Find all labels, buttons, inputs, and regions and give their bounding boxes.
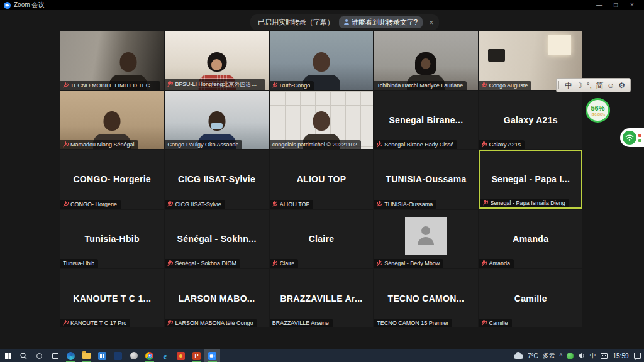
cortana-button[interactable] (31, 349, 47, 362)
participant-nameplate: congolais patrimichel © 20221102 (270, 140, 361, 149)
participant-name: congolais patrimichel © 20221102 (272, 141, 357, 148)
participant-tile[interactable]: Amanda Amanda (479, 210, 582, 268)
participant-name: Mamadou Niang Sénégal (70, 141, 135, 148)
participant-tile[interactable]: Tchibinda Batchi Marlyce Lauriane (374, 31, 477, 90)
participant-tile[interactable]: CONGO- Horgerie CONGO- Horgerie (60, 150, 164, 209)
participant-nameplate: Congo Auguste (479, 81, 532, 90)
maximize-button[interactable]: □ (608, 0, 624, 10)
mic-muted-icon (483, 200, 488, 206)
participant-tile[interactable]: TECNO MOBILE LIMITED TECNO CH6 (60, 31, 164, 90)
participant-tile[interactable]: Tunisia-Hbib Tunisia-Hbib (60, 210, 164, 268)
close-button[interactable]: × (624, 0, 640, 10)
participant-tile[interactable]: TECNO CAMON... TECNO CAMON 15 Premier (374, 269, 477, 327)
search-icon (20, 353, 27, 359)
participant-nameplate: LARSON MABONA télé Congo (165, 319, 257, 327)
participant-nameplate: KANOUTE T C 17 Pro (60, 319, 130, 327)
weather-temperature[interactable]: 7°C (528, 353, 538, 359)
system-monitor-ball[interactable]: 56% ↑36.8K/s (586, 98, 610, 123)
window-titlebar: Zoom 会议 — □ × (0, 0, 644, 10)
taskbar-store[interactable] (94, 349, 110, 362)
participant-tile-highlighted[interactable]: Senegal - Papa I... Senegal - Papa Ismai… (479, 150, 582, 209)
action-center-icon[interactable] (634, 353, 641, 359)
participant-name: TUNISIA-Oussama (384, 201, 433, 207)
participant-tile[interactable]: Ruth-Congo (270, 31, 373, 90)
clock[interactable]: 15:59 (612, 353, 630, 359)
taskbar-edge[interactable] (63, 349, 79, 362)
participant-tile[interactable]: KANOUTE T C 1... KANOUTE T C 17 Pro (60, 269, 164, 327)
participant-nameplate: Sénégal - Sokhna DIOM (165, 259, 240, 268)
wifi-assistant-widget[interactable] (620, 128, 644, 147)
transcription-banner: 已启用实时转录（字幕） 谁能看到此转录文字? × (250, 14, 439, 30)
minimize-button[interactable]: — (591, 0, 608, 10)
participant-nameplate: Claire (270, 259, 299, 268)
chrome-icon (145, 352, 153, 360)
start-button[interactable] (0, 349, 16, 362)
drag-handle[interactable] (558, 81, 560, 89)
participant-tile[interactable]: Camille Camille (479, 269, 582, 327)
participant-nameplate: Galaxy A21s (479, 140, 525, 149)
ime-emoji-button[interactable]: ☺ (605, 82, 616, 89)
ime-mode-button[interactable]: 中 (563, 82, 574, 89)
ie-icon: e (164, 352, 167, 360)
weather-cloud-icon[interactable] (514, 354, 523, 359)
mic-muted-icon (272, 260, 277, 266)
participant-tile[interactable]: BRAZZAVILLE Ar... BRAZZAVILLE Arsène (270, 269, 373, 327)
participant-tile[interactable]: LARSON MABO... LARSON MABONA télé Congo (165, 269, 268, 327)
who-can-see-transcript-button[interactable]: 谁能看到此转录文字? (339, 16, 423, 28)
ime-punctuation-button[interactable]: °, (585, 82, 594, 89)
mic-muted-icon (272, 201, 277, 207)
participant-nameplate: Senegal Birane Hady Cissé (374, 140, 457, 149)
participant-name: Amanda (489, 260, 511, 266)
powerpoint-icon: P (192, 352, 201, 360)
participant-nameplate: CICG IISAT-Sylvie (165, 200, 225, 209)
participant-name: TECNO CAMON 15 Premier (377, 320, 448, 326)
participant-name: CONGO- Horgerie (70, 201, 117, 207)
ime-simplified-button[interactable]: 简 (594, 82, 605, 89)
wifi-icon (623, 131, 636, 145)
participant-tile[interactable]: Congo-Paulgy Oko Assande (165, 91, 268, 150)
edge-icon (67, 352, 75, 360)
taskbar-media-app[interactable] (173, 349, 189, 362)
taskbar-app[interactable] (126, 349, 142, 362)
taskbar-chrome[interactable] (142, 349, 157, 362)
participant-tile[interactable]: Sénégal - Bedy Mbow (374, 210, 477, 268)
participant-name: ALIOU TOP (280, 201, 310, 207)
search-button[interactable] (16, 349, 31, 362)
mic-muted-icon (482, 141, 487, 148)
weather-condition[interactable]: 多云 (543, 351, 555, 360)
participant-tile[interactable]: ALIOU TOP ALIOU TOP (270, 150, 373, 209)
participant-tile[interactable]: Sénégal - Sokhn... Sénégal - Sokhna DIOM (165, 210, 268, 268)
task-view-button[interactable] (47, 349, 63, 362)
window-title: Zoom 会议 (14, 1, 44, 9)
touch-keyboard-icon[interactable] (601, 353, 608, 359)
participant-tile[interactable]: Galaxy A21s Galaxy A21s (479, 91, 582, 150)
participant-tile[interactable]: congolais patrimichel © 20221102 (270, 91, 373, 150)
participant-tile[interactable]: BFSU-LI Hongfeng北京外国语大学李洪峰 (165, 31, 268, 90)
participant-name: Tchibinda Batchi Marlyce Lauriane (377, 82, 463, 89)
ime-toolbar: 中 ☽ °, 简 ☺ ⚙ (556, 78, 631, 92)
taskbar-powerpoint[interactable]: P (189, 349, 204, 362)
ime-fullwidth-icon[interactable]: ☽ (574, 82, 585, 89)
participant-name: Ruth-Congo (280, 82, 311, 89)
taskbar-zoom-active[interactable] (204, 349, 220, 362)
participant-name: Senegal - Papa Ismaila Dieng (491, 200, 565, 206)
taskbar-internet-explorer[interactable]: e (157, 349, 173, 362)
banner-close-icon[interactable]: × (429, 18, 433, 27)
tray-expand-chevron[interactable]: ^ (560, 353, 562, 359)
taskbar-mail[interactable] (110, 349, 126, 362)
participant-tile[interactable]: Claire Claire (270, 210, 373, 268)
participant-tile[interactable]: CICG IISAT-Sylvie CICG IISAT-Sylvie (165, 150, 268, 209)
participant-name: TECNO MOBILE LIMITED TECNO CH6 (70, 82, 157, 89)
participant-name: KANOUTE T C 17 Pro (70, 320, 126, 326)
antivirus-tray-icon[interactable] (567, 353, 574, 359)
participant-tile[interactable]: Mamadou Niang Sénégal (60, 91, 164, 150)
taskbar-file-explorer[interactable] (79, 349, 94, 362)
widget-badges (638, 134, 641, 142)
participant-tile[interactable]: TUNISIA-Oussama TUNISIA-Oussama (374, 150, 477, 209)
ime-tray-badge[interactable]: 中 (590, 351, 596, 360)
volume-icon[interactable] (578, 353, 586, 359)
participant-name: Galaxy A21s (489, 141, 521, 148)
participant-tile[interactable]: Senegal Birane... Senegal Birane Hady Ci… (374, 91, 477, 150)
participant-name: Claire (280, 260, 295, 266)
ime-settings-gear-icon[interactable]: ⚙ (616, 82, 627, 89)
